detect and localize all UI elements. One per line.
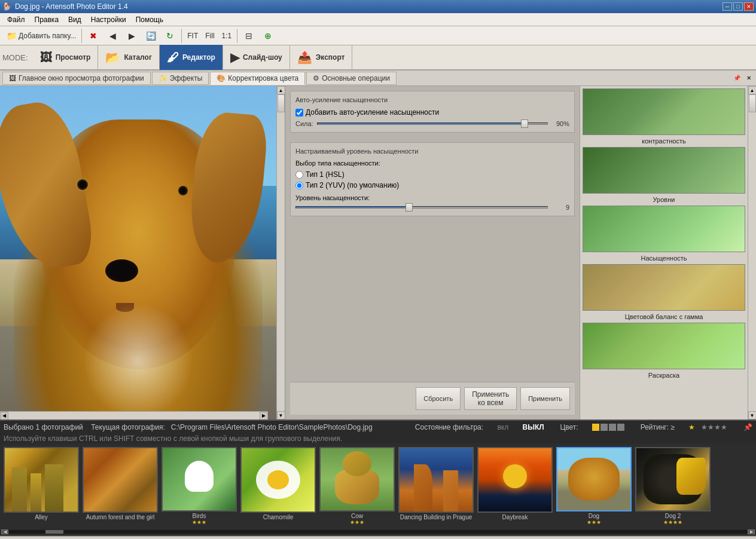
- color-gray[interactable]: [600, 424, 608, 431]
- strip-thumb-dancing[interactable]: [398, 447, 474, 513]
- scroll-thumb-v[interactable]: [278, 94, 285, 112]
- strip-thumb-dog[interactable]: [556, 447, 632, 512]
- strip-item-dog2[interactable]: Dog 2 ★★★★: [634, 446, 712, 526]
- strip-item-dog[interactable]: Dog ★★★: [555, 446, 633, 526]
- rp-thumb-contrast[interactable]: [583, 88, 745, 135]
- strip-item-chamomile[interactable]: Chamomile: [239, 446, 317, 526]
- strip-scroll-left[interactable]: ◀: [1, 529, 8, 534]
- vertical-scrollbar[interactable]: ▲ ▼: [276, 86, 285, 419]
- type2-radio-row: Тип 2 (YUV) (по умолчанию): [295, 181, 569, 189]
- strip-item-autumn[interactable]: Autumn forest and the girl: [81, 446, 159, 526]
- type1-radio[interactable]: [295, 171, 303, 179]
- strip-scroll-bar[interactable]: ◀ ▶: [0, 529, 756, 535]
- menu-help[interactable]: Помощь: [131, 14, 168, 25]
- strip-scroll-thumb[interactable]: [45, 530, 63, 534]
- strip-item-dancing[interactable]: Dancing Building in Prague: [397, 446, 475, 526]
- zoom-in-button[interactable]: ⊕: [259, 28, 277, 44]
- close-button[interactable]: ✕: [744, 2, 754, 11]
- fill-button[interactable]: Fill: [202, 28, 217, 44]
- nav-tab-slideshow[interactable]: ▶ Слайд-шоу: [223, 45, 290, 70]
- strip-item-alley[interactable]: Alley: [2, 446, 80, 526]
- sub-tab-main-view[interactable]: 🖼 Главное окно просмотра фотографии: [2, 72, 151, 85]
- rp-scroll-up[interactable]: ▲: [748, 86, 757, 94]
- fit-button[interactable]: FIT: [184, 28, 201, 44]
- scroll-right-button[interactable]: ▶: [260, 412, 268, 420]
- photo-strip-container: Выбрано 1 фотографий Текущая фотография:…: [0, 419, 756, 536]
- apply-button[interactable]: Применить: [520, 387, 570, 410]
- strip-thumb-alley[interactable]: [4, 447, 79, 513]
- rp-scroll-down[interactable]: ▼: [748, 411, 757, 419]
- strip-thumb-autumn[interactable]: [83, 447, 158, 513]
- delete-button[interactable]: ✖: [84, 28, 102, 44]
- sub-tab-effects[interactable]: ✨ Эффекты: [152, 72, 209, 85]
- rp-thumb-color-balance[interactable]: [583, 264, 745, 311]
- color-gray2[interactable]: [609, 424, 616, 431]
- type2-radio[interactable]: [295, 182, 303, 189]
- strength-slider-thumb[interactable]: [521, 120, 528, 128]
- strip-thumb-chamomile[interactable]: [240, 447, 316, 513]
- filter-on[interactable]: вкл: [497, 423, 508, 431]
- scroll-up-button[interactable]: ▲: [277, 86, 285, 94]
- toolbar-sep-3: [237, 29, 237, 43]
- menu-edit[interactable]: Правка: [30, 14, 64, 25]
- menu-settings[interactable]: Настройки: [86, 14, 131, 25]
- strength-slider-track[interactable]: [317, 122, 548, 125]
- catalog-tab-icon: 📂: [105, 50, 120, 65]
- rp-item-color-balance[interactable]: Цветовой баланс с гамма: [583, 264, 745, 323]
- rotate-cw-button[interactable]: ↻: [161, 28, 179, 44]
- nav-tab-catalog[interactable]: 📂 Каталог: [98, 45, 160, 70]
- color-gray3[interactable]: [617, 424, 624, 431]
- strip-thumb-birds[interactable]: [161, 447, 237, 512]
- nav-tab-preview[interactable]: 🖼 Просмотр: [33, 45, 99, 70]
- rp-scroll-thumb[interactable]: [749, 94, 756, 112]
- refresh-button[interactable]: 🔄: [142, 28, 160, 44]
- filter-off[interactable]: ВЫКЛ: [523, 423, 544, 431]
- rp-thumb-colorize[interactable]: [583, 323, 745, 369]
- level-slider-thumb[interactable]: [406, 203, 413, 212]
- add-folder-button[interactable]: 📁 Добавить папку...: [2, 28, 79, 44]
- strip-thumb-daybreak[interactable]: [477, 447, 553, 513]
- selected-count: Выбрано 1 фотографий: [4, 423, 83, 431]
- back-button[interactable]: ◀: [103, 28, 121, 44]
- rp-item-saturation[interactable]: Насыщенность: [583, 206, 745, 264]
- 1to1-button[interactable]: 1:1: [219, 28, 235, 44]
- rp-label-levels: Уровни: [583, 195, 745, 206]
- strip-thumb-dog2[interactable]: [635, 447, 711, 512]
- menu-file[interactable]: Файл: [2, 14, 30, 25]
- sub-tabs-pin-button[interactable]: 📌: [731, 74, 743, 82]
- forward-button[interactable]: ▶: [123, 28, 141, 44]
- rp-item-contrast[interactable]: контрастность: [583, 88, 745, 147]
- sub-tabs-close-button[interactable]: ✕: [744, 74, 754, 82]
- mode-label: MODE:: [2, 53, 28, 62]
- strip-item-birds[interactable]: Birds ★★★: [160, 446, 238, 526]
- sub-tab-effects-label: Эффекты: [170, 74, 203, 82]
- minimize-button[interactable]: ─: [723, 2, 732, 11]
- level-slider-track[interactable]: [295, 206, 548, 209]
- scroll-down-button[interactable]: ▼: [277, 411, 285, 419]
- strip-scroll-right[interactable]: ▶: [748, 529, 755, 534]
- rp-item-levels[interactable]: Уровни: [583, 147, 745, 206]
- apply-all-button[interactable]: Применитько всем: [464, 387, 517, 410]
- rp-thumb-levels[interactable]: [583, 147, 745, 194]
- nav-tab-editor[interactable]: 🖌 Редактор: [160, 45, 223, 70]
- strip-item-daybreak[interactable]: Daybreak: [476, 446, 554, 526]
- auto-saturation-checkbox[interactable]: [295, 109, 303, 117]
- color-yellow[interactable]: [592, 424, 599, 431]
- sub-tab-basic-ops[interactable]: ⚙ Основные операции: [306, 72, 397, 85]
- strip-pin-button[interactable]: 📌: [743, 423, 752, 431]
- scroll-left-button[interactable]: ◀: [0, 412, 8, 420]
- sub-tab-color[interactable]: 🎨 Корректировка цвета: [210, 72, 305, 85]
- horizontal-scrollbar[interactable]: ◀ ▶: [0, 411, 268, 419]
- right-panel-scrollbar[interactable]: ▲ ▼: [748, 86, 756, 419]
- nav-tab-export[interactable]: 📤 Экспорт: [290, 45, 353, 70]
- photo-strip[interactable]: Alley Autumn forest and the girl Birds ★…: [0, 443, 756, 529]
- maximize-button[interactable]: □: [733, 2, 743, 11]
- strip-item-cow[interactable]: Cow ★★★: [318, 446, 396, 526]
- strip-thumb-cow[interactable]: [319, 447, 395, 512]
- rp-thumb-saturation[interactable]: [583, 206, 745, 252]
- rp-item-colorize[interactable]: Раскраска: [583, 323, 745, 381]
- zoom-out-button[interactable]: ⊟: [240, 28, 258, 44]
- sub-tab-color-label: Корректировка цвета: [228, 74, 298, 82]
- reset-button[interactable]: Сбросить: [416, 387, 461, 410]
- menu-view[interactable]: Вид: [63, 14, 86, 25]
